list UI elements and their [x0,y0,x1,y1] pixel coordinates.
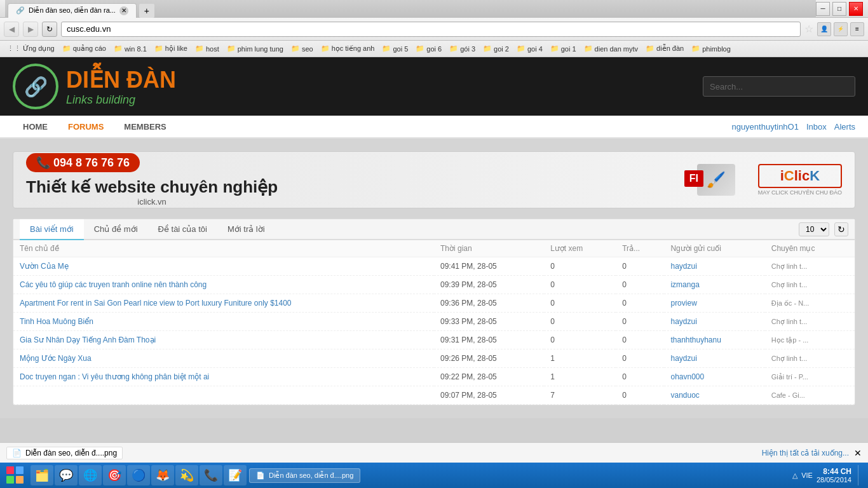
folder-icon: 📁 [550,44,559,53]
address-input[interactable]: cusc.edu.vn [61,22,801,37]
topic-link[interactable]: Tinh Hoa Muông Biển [20,317,93,326]
table-header-row: Tên chủ đề Thời gian Lượt xem Trả... Ngư… [13,240,855,257]
bookmark-host[interactable]: 📁 host [192,43,222,54]
user-link[interactable]: izmanga [670,280,699,289]
bookmark-win81[interactable]: 📁 win 8.1 [111,43,150,54]
category-link: Học tập - ... [771,336,809,344]
bookmark-diendan[interactable]: 📁 diễn đàn [642,43,687,54]
bookmark-apps[interactable]: ⋮⋮ Ứng dụng [4,43,58,54]
cell-time: 09:07 PM, 28-05 [434,386,544,405]
browser-titlebar: 🔗 Diễn đàn seo, diễn đàn ra... ✕ + ─ □ ✕ [0,0,868,18]
user-link[interactable]: haydzui [670,354,696,363]
folder-icon: 📁 [227,44,236,53]
nav-username[interactable]: nguyenthuytinhO1 [731,122,799,132]
cell-user: haydzui [664,257,764,276]
menu-icon[interactable]: ≡ [850,22,864,36]
cell-category: Chợ linh t... [765,257,855,276]
tab-close-button[interactable]: ✕ [119,6,128,15]
cell-category: Học tập - ... [765,331,855,349]
topic-link[interactable]: Mộng Ước Ngày Xua [20,354,92,363]
extensions-icon[interactable]: ⚡ [834,22,848,36]
active-tab[interactable]: 🔗 Diễn đàn seo, diễn đàn ra... ✕ [8,3,137,18]
close-button[interactable]: ✕ [849,2,863,16]
topic-link[interactable]: Apartment For rent in Sai Gon Pearl nice… [20,299,292,308]
bookmark-diendan-mytv[interactable]: 📁 dien dan mytv [581,43,641,54]
cell-user: proview [664,294,764,313]
logo-area: 🔗 DIỄN ĐÀN Links building [13,64,176,109]
cell-replies: 0 [616,349,664,368]
browser-toolbar-icons: 👤 ⚡ ≡ [817,22,864,36]
user-link[interactable]: proview [670,299,696,308]
user-link[interactable]: haydzui [670,262,696,271]
back-button[interactable]: ◀ [4,22,19,37]
nav-forums[interactable]: FORUMS [58,117,114,137]
refresh-table-button[interactable]: ↻ [834,222,848,236]
user-link[interactable]: ohavn000 [670,372,704,381]
folder-icon: 📁 [291,44,300,53]
nav-alerts[interactable]: Alerts [834,122,855,132]
bookmark-seo[interactable]: 📁 seo [288,43,316,54]
per-page-select[interactable]: 10 [799,222,829,236]
nav-inbox[interactable]: Inbox [806,122,827,132]
topic-link[interactable]: Vườn Của Mẹ [20,262,69,271]
user-link[interactable]: haydzui [670,317,696,326]
folder-icon: 📁 [114,44,123,53]
bookmark-goi2[interactable]: 📁 goi 2 [480,43,512,54]
bookmark-hoilike[interactable]: 📁 hội like [151,43,191,54]
folder-icon: 📁 [483,44,492,53]
user-link[interactable]: thanhthuyhanu [670,336,721,344]
folder-icon: 📁 [517,44,526,53]
cell-user: haydzui [664,313,764,331]
brand-tagline: MAY CLICK CHUYÊN CHU ĐÁO [758,189,842,196]
topic-link[interactable]: Các yêu tô giúp các truyen tranh online … [20,280,207,289]
tab-moi-tra-loi[interactable]: Mới trả lời [217,219,275,240]
cell-topic: Mộng Ước Ngày Xua [13,349,434,368]
table-row: Tinh Hoa Muông Biển 09:33 PM, 28-05 0 0 … [13,313,855,331]
category-link: Chợ linh t... [771,281,808,288]
nav-links: HOME FORUMS MEMBERS [13,117,177,137]
bookmark-goi6[interactable]: 📁 goi 6 [412,43,445,54]
refresh-button[interactable]: ↻ [42,22,57,37]
cell-time: 09:26 PM, 28-05 [434,349,544,368]
nav-members[interactable]: MEMBERS [114,117,176,137]
cell-category: Chợ linh t... [765,276,855,294]
cell-user: thanhthuyhanu [664,331,764,349]
cell-views: 0 [544,294,616,313]
tab-chu-de-moi[interactable]: Chủ đề mới [84,219,148,240]
nav-home[interactable]: HOME [13,117,58,137]
bookmark-goi5[interactable]: 📁 goi 5 [379,43,411,54]
forward-button[interactable]: ▶ [23,22,38,37]
folder-icon: 📁 [646,44,654,53]
cell-replies: 0 [616,276,664,294]
user-link[interactable]: vanduoc [670,391,699,400]
banner[interactable]: 📞 094 8 76 76 76 Thiết kế website chuyên… [13,151,855,208]
bookmark-star[interactable]: ☆ [804,23,813,35]
minimize-button[interactable]: ─ [816,2,830,16]
cell-category: Giải trí - P... [765,368,855,386]
category-link: Chợ linh t... [771,262,808,270]
table-row: Doc truyen ngan : Vi yêu thương không ph… [13,368,855,386]
bookmark-goi3[interactable]: 📁 gói 3 [446,43,478,54]
search-input[interactable] [703,76,855,97]
bookmark-hoctiengAnh[interactable]: 📁 học tiếng anh [318,43,378,54]
tab-de-tai-cua-toi[interactable]: Đề tài của tôi [148,219,217,240]
new-tab-button[interactable]: + [139,4,154,18]
folder-icon: 📁 [154,44,163,53]
cell-topic: Tinh Hoa Muông Biển [13,313,434,331]
maximize-button[interactable]: □ [832,2,846,16]
bookmark-goi1[interactable]: 📁 goi 1 [547,43,580,54]
topic-link[interactable]: Doc truyen ngan : Vi yêu thương không ph… [20,372,209,381]
bookmark-phimlungtung[interactable]: 📁 phim lung tung [224,43,287,54]
bookmark-goi4[interactable]: 📁 goi 4 [513,43,546,54]
site-nav: HOME FORUMS MEMBERS nguyenthuytinhO1 Inb… [0,116,868,139]
bookmark-quangcao[interactable]: 📁 quảng cáo [59,43,109,54]
col-category: Chuyên mục [765,240,855,257]
category-link: Chợ linh t... [771,355,808,362]
person-icon[interactable]: 👤 [817,22,831,36]
tab-bai-viet-moi[interactable]: Bài viết mới [20,219,84,240]
topic-link[interactable]: Gia Sư Nhân Dạy Tiếng Anh Đàm Thoại [20,336,156,344]
nav-right: nguyenthuytinhO1 Inbox Alerts [731,122,855,132]
cell-topic: Gia Sư Nhân Dạy Tiếng Anh Đàm Thoại [13,331,434,349]
cell-category: Cafe - Gi... [765,386,855,405]
bookmark-phimblog[interactable]: 📁 phimblog [688,43,734,54]
